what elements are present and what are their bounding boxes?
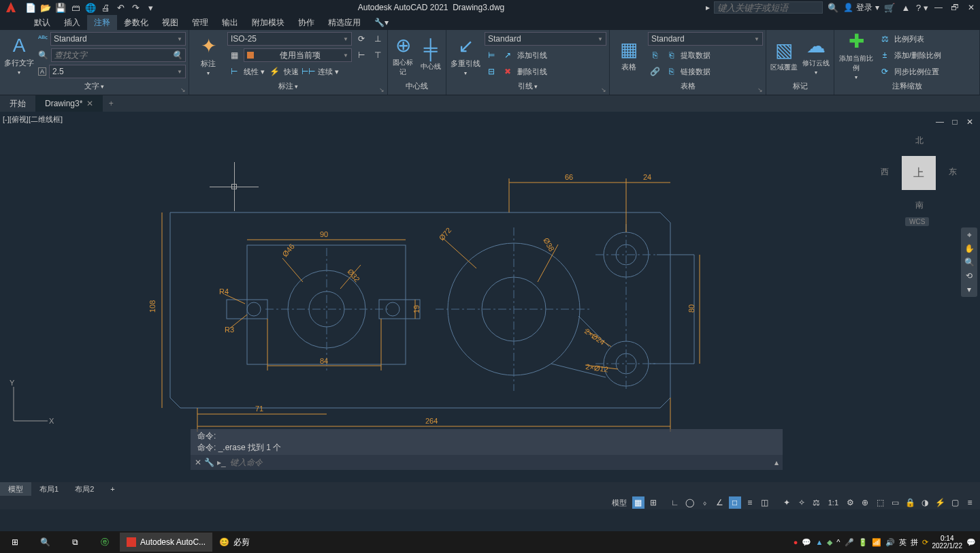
tray-sync-icon[interactable]: ⟳ [922, 538, 928, 547]
edge-icon[interactable]: ⓔ [90, 531, 120, 553]
text-style-combo[interactable]: Standard▼ [50, 32, 186, 46]
login-button[interactable]: 👤 登录 ▾ [843, 2, 879, 14]
tray-ime-mode[interactable]: 拼 [911, 537, 918, 548]
polar-icon[interactable]: ◯ [684, 496, 696, 509]
centermark-button[interactable]: ⊕ 圆心标记 [391, 31, 416, 79]
panel-leader-launcher-icon[interactable]: ↘ [601, 86, 606, 93]
dim-layer-combo[interactable]: 使用当前项▼ [244, 48, 352, 62]
taskbar-app-bijian[interactable]: 😊必剪 [212, 533, 257, 552]
tray-chat-icon[interactable]: 💬 [802, 538, 811, 547]
tab-tools-icon[interactable]: 🔧▾ [368, 15, 395, 30]
doctab-add-button[interactable]: + [103, 99, 119, 108]
panel-text-label[interactable]: 文字 [84, 82, 99, 90]
tray-wifi-icon[interactable]: 📶 [872, 538, 881, 547]
new-icon[interactable]: 📄 [24, 1, 37, 14]
extract-data-button[interactable]: 提取数据 [681, 50, 710, 61]
remove-leader-button[interactable]: 删除引线 [517, 67, 547, 77]
workspace-icon[interactable]: ⚙ [844, 496, 856, 509]
tab-insert[interactable]: 插入 [57, 15, 87, 30]
cmd-close-icon[interactable]: ✕ [195, 458, 201, 467]
mleader-button[interactable]: ↙ 多重引线▾ [449, 31, 482, 79]
taskview-icon[interactable]: ⧉ [60, 531, 90, 553]
tray-mic-icon[interactable]: 🎤 [845, 538, 854, 547]
plot-icon[interactable]: 🖨 [99, 1, 112, 14]
mtext-button[interactable]: A 多行文字▾ [3, 31, 35, 79]
drawing-canvas[interactable]: [-][俯视][二维线框] — □ ✕ 北 南 东 西 上 WCS ⌖ ✋ 🔍 … [0, 112, 980, 497]
dim-break-icon[interactable]: ⊥ [371, 32, 385, 46]
search-arrow-icon[interactable]: ▸ [706, 3, 710, 12]
snap-mode-icon[interactable]: ⊞ [647, 496, 659, 509]
tab-manage[interactable]: 管理 [185, 15, 215, 30]
lineweight-icon[interactable]: ≡ [744, 496, 756, 509]
web-icon[interactable]: 🌐 [84, 1, 97, 14]
doctab-drawing3[interactable]: Drawing3*✕ [35, 95, 103, 112]
panel-dim-launcher-icon[interactable]: ↘ [379, 86, 385, 93]
units-icon[interactable]: ⬚ [874, 496, 886, 509]
scale-list-button[interactable]: 比例列表 [894, 34, 924, 44]
quickprops-icon[interactable]: ▭ [889, 496, 901, 509]
redo-icon[interactable]: ↷ [129, 1, 142, 14]
tab-view[interactable]: 视图 [155, 15, 185, 30]
tray-notifications-icon[interactable]: 💬 [966, 538, 976, 547]
tray-autodesk-icon[interactable]: ▲ [815, 538, 823, 546]
cmd-expand-icon[interactable]: ▴ [774, 458, 779, 467]
search-icon[interactable]: 🔍 [827, 1, 839, 14]
tray-ime-lang[interactable]: 英 [899, 537, 906, 548]
ortho-icon[interactable]: ∟ [669, 496, 681, 509]
dim-misc1-icon[interactable]: ⊢ [355, 48, 368, 62]
help-icon[interactable]: ? ▾ [916, 1, 928, 14]
osnap-icon[interactable]: □ [729, 496, 741, 509]
app-logo[interactable] [0, 0, 22, 15]
mleader-style-combo[interactable]: Standard▼ [485, 32, 606, 46]
tray-nvidia-icon[interactable]: ◆ [827, 538, 832, 547]
anno-scale-value[interactable]: 1:1 [826, 499, 841, 507]
tray-volume-icon[interactable]: 🔊 [885, 538, 895, 547]
lockui-icon[interactable]: 🔒 [904, 496, 916, 509]
anno-scale-icon[interactable]: ⚖ [811, 496, 823, 509]
table-style-combo[interactable]: Standard▼ [648, 32, 763, 46]
sync-scale-button[interactable]: 同步比例位置 [894, 67, 939, 77]
transparency-icon[interactable]: ◫ [759, 496, 771, 509]
dim-update-icon[interactable]: ⟳ [355, 32, 368, 46]
tab-collaborate[interactable]: 协作 [291, 15, 321, 30]
tab-featured[interactable]: 精选应用 [321, 15, 368, 30]
save-icon[interactable]: 💾 [54, 1, 67, 14]
add-leader-button[interactable]: 添加引线 [517, 50, 547, 61]
panel-dim-label[interactable]: 标注 [278, 82, 293, 90]
task-search-icon[interactable]: 🔍 [30, 531, 60, 553]
undo-icon[interactable]: ↶ [114, 1, 127, 14]
linear-dim-button[interactable]: 线性 ▾ [244, 67, 265, 77]
anno-auto-icon[interactable]: ✧ [796, 496, 808, 509]
layout-tab-add[interactable]: + [102, 482, 122, 496]
tab-default[interactable]: 默认 [27, 15, 57, 30]
panel-table-launcher-icon[interactable]: ↘ [757, 86, 763, 93]
cleanscreen-icon[interactable]: ▢ [949, 496, 961, 509]
command-input[interactable] [230, 458, 774, 467]
start-button[interactable]: ⊞ [0, 531, 30, 553]
saveas-icon[interactable]: 🗃 [69, 1, 82, 14]
doctab-close-icon[interactable]: ✕ [86, 99, 93, 108]
text-height-combo[interactable]: 2.5▼ [49, 65, 186, 78]
restore-icon[interactable]: 🗗 [949, 1, 961, 14]
find-text-input[interactable]: 查找文字🔍 [51, 48, 186, 62]
hardware-icon[interactable]: ⚡ [934, 496, 946, 509]
open-icon[interactable]: 📂 [39, 1, 52, 14]
revcloud-button[interactable]: ☁ 修订云线▾ [802, 31, 832, 79]
cart-icon[interactable]: 🛒 [883, 1, 896, 14]
grid-mode-icon[interactable]: ▦ [632, 496, 644, 509]
close-icon[interactable]: ✕ [965, 1, 977, 14]
link-data-button[interactable]: 链接数据 [681, 67, 710, 77]
wipeout-button[interactable]: ▧ 区域覆盖 [769, 31, 799, 79]
doctab-start[interactable]: 开始 [0, 95, 35, 112]
layout-tab-model[interactable]: 模型 [0, 482, 31, 496]
adddel-scale-button[interactable]: 添加/删除比例 [894, 50, 941, 61]
tray-up-icon[interactable]: ^ [836, 538, 840, 546]
status-model-button[interactable]: 模型 [609, 498, 630, 508]
tab-parametric[interactable]: 参数化 [117, 15, 155, 30]
layout-tab-2[interactable]: 布局2 [67, 482, 102, 496]
continue-dim-button[interactable]: 连续 ▾ [318, 67, 339, 77]
quick-dim-button[interactable]: 快速 [284, 67, 299, 77]
dim-style-combo[interactable]: ISO-25▼ [227, 32, 352, 46]
autodesk-app-icon[interactable]: ▲ [900, 1, 912, 14]
align-leader-icon[interactable]: ⊨ [485, 48, 498, 62]
